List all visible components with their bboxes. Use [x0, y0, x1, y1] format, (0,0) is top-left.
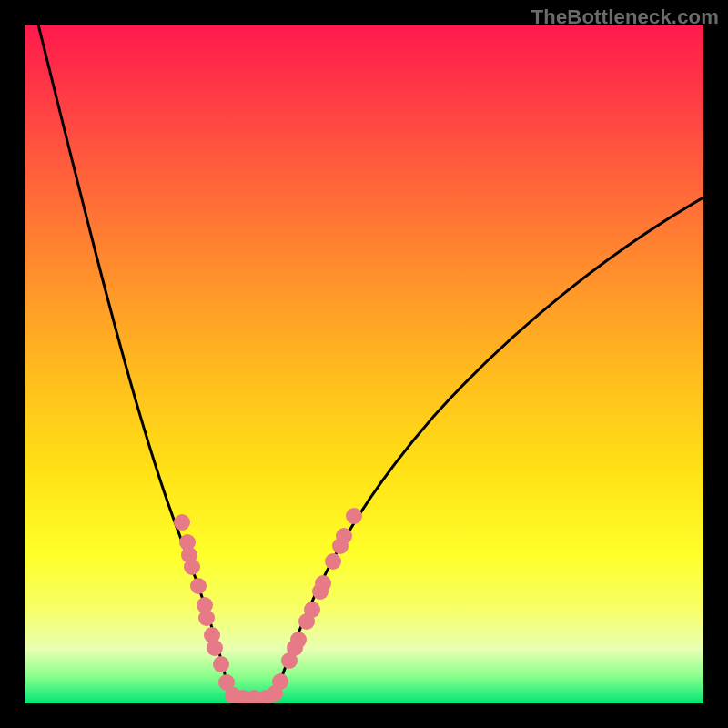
- data-point: [190, 578, 207, 594]
- data-point: [346, 508, 362, 524]
- watermark-text: TheBottleneck.com: [531, 5, 719, 29]
- curve-layer: [25, 25, 703, 703]
- data-point: [304, 602, 320, 618]
- data-point: [174, 514, 190, 531]
- data-point: [336, 528, 352, 544]
- data-point: [198, 610, 215, 626]
- data-point: [325, 553, 341, 570]
- data-point: [213, 656, 229, 672]
- data-point: [315, 575, 331, 592]
- data-point: [290, 632, 307, 648]
- data-point: [207, 640, 223, 656]
- plot-area: [25, 25, 703, 703]
- chart-frame: TheBottleneck.com: [0, 0, 728, 728]
- data-point: [272, 673, 288, 690]
- data-point: [184, 559, 200, 575]
- curve-right-branch: [275, 197, 703, 698]
